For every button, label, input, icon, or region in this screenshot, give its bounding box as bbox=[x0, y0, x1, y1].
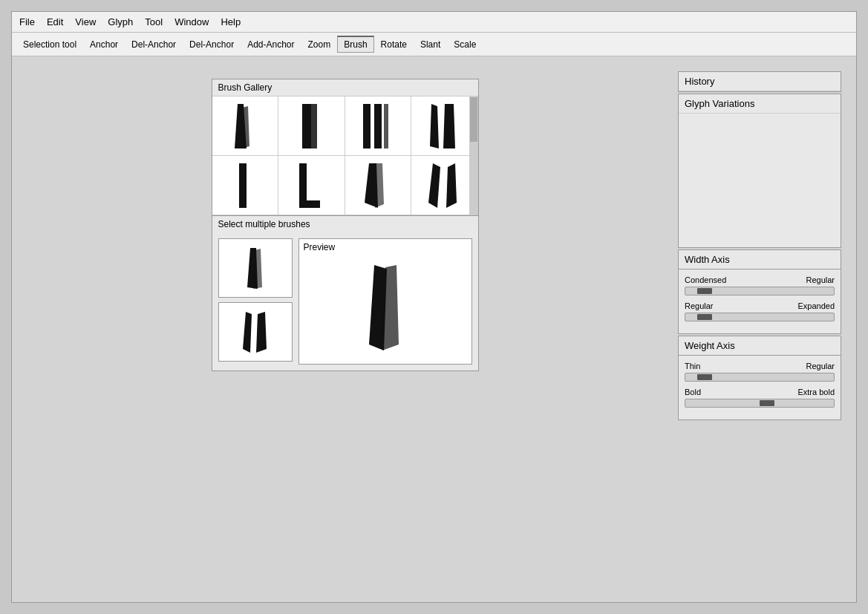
toolbar: Selection tool Anchor Del-Anchor Del-Anc… bbox=[12, 33, 856, 56]
svg-marker-7 bbox=[430, 104, 439, 148]
svg-marker-8 bbox=[443, 104, 455, 148]
condensed-label: Condensed bbox=[685, 275, 726, 284]
bold-extrabold-labels: Bold Extra bold bbox=[685, 388, 835, 396]
expanded-label: Expanded bbox=[797, 301, 835, 310]
brush-cell-1[interactable] bbox=[212, 97, 279, 156]
selected-brush-1[interactable] bbox=[218, 238, 293, 298]
menu-tool[interactable]: Tool bbox=[145, 16, 163, 27]
svg-rect-2 bbox=[302, 104, 313, 148]
menu-bar: File Edit View Glyph Tool Window Help bbox=[12, 12, 856, 33]
weight-axis-title: Weight Axis bbox=[678, 336, 841, 355]
regular-label-3: Regular bbox=[806, 362, 835, 370]
glyph-variations-title: Glyph Variations bbox=[679, 94, 841, 114]
weight-axis-body: Thin Regular Bold Extra bold bbox=[678, 355, 841, 420]
thin-regular-thumb[interactable] bbox=[697, 374, 712, 380]
condensed-regular-labels: Condensed Regular bbox=[685, 275, 835, 284]
brush-gallery-title: Brush Gallery bbox=[212, 79, 478, 96]
svg-marker-1 bbox=[241, 106, 249, 148]
brush-grid bbox=[212, 96, 478, 215]
svg-rect-11 bbox=[299, 200, 320, 208]
select-content: Preview bbox=[212, 232, 478, 370]
regular-label-1: Regular bbox=[806, 275, 835, 284]
select-multiple-section: Select multiple brushes bbox=[212, 216, 478, 370]
svg-rect-9 bbox=[239, 163, 247, 208]
scrollbar-thumb[interactable] bbox=[470, 97, 477, 142]
regular-expanded-labels: Regular Expanded bbox=[685, 301, 835, 310]
menu-window[interactable]: Window bbox=[174, 16, 209, 27]
menu-edit[interactable]: Edit bbox=[47, 16, 63, 27]
width-axis-body: Condensed Regular Regular Expanded bbox=[678, 269, 841, 334]
selected-brushes bbox=[218, 238, 293, 365]
bold-label: Bold bbox=[685, 388, 701, 396]
svg-marker-18 bbox=[243, 312, 252, 353]
selected-brush-2[interactable] bbox=[218, 302, 293, 362]
svg-rect-3 bbox=[311, 104, 317, 148]
brush-cell-7[interactable] bbox=[345, 156, 412, 215]
svg-rect-5 bbox=[374, 104, 382, 148]
glyph-variations-section: Glyph Variations bbox=[678, 94, 841, 248]
main-content: Brush Gallery bbox=[12, 56, 856, 602]
brush-scrollbar[interactable] bbox=[469, 97, 478, 215]
width-axis-title: Width Axis bbox=[678, 249, 841, 269]
menu-help[interactable]: Help bbox=[221, 16, 241, 27]
brush-cell-4[interactable] bbox=[411, 97, 478, 156]
history-section: History bbox=[678, 71, 841, 92]
glyph-variations-body bbox=[679, 114, 841, 247]
brush-cell-6[interactable] bbox=[278, 156, 345, 215]
svg-marker-13 bbox=[375, 163, 384, 208]
bold-extrabold-row: Bold Extra bold bbox=[685, 388, 835, 408]
tool-selection[interactable]: Selection tool bbox=[16, 36, 83, 53]
bold-extrabold-thumb[interactable] bbox=[760, 400, 774, 406]
tool-scale[interactable]: Scale bbox=[447, 36, 483, 53]
menu-glyph[interactable]: Glyph bbox=[108, 16, 133, 27]
preview-title: Preview bbox=[299, 239, 471, 255]
app-window: File Edit View Glyph Tool Window Help Se… bbox=[11, 11, 857, 603]
svg-marker-15 bbox=[446, 163, 457, 208]
tool-zoom[interactable]: Zoom bbox=[301, 36, 338, 53]
regular-expanded-slider[interactable] bbox=[685, 313, 835, 321]
regular-expanded-row: Regular Expanded bbox=[685, 301, 835, 321]
extra-bold-label: Extra bold bbox=[797, 388, 835, 396]
condensed-regular-row: Condensed Regular bbox=[685, 275, 835, 295]
history-title: History bbox=[679, 72, 841, 91]
menu-view[interactable]: View bbox=[75, 16, 96, 27]
thin-label: Thin bbox=[685, 362, 700, 370]
weight-axis-section: Weight Axis Thin Regular Bold bbox=[678, 336, 841, 420]
tool-slant[interactable]: Slant bbox=[414, 36, 447, 53]
thin-regular-slider[interactable] bbox=[685, 373, 835, 382]
tool-del-anchor-1[interactable]: Del-Anchor bbox=[125, 36, 183, 53]
tool-add-anchor[interactable]: Add-Anchor bbox=[241, 36, 301, 53]
regular-expanded-thumb[interactable] bbox=[697, 314, 712, 320]
svg-marker-14 bbox=[428, 163, 440, 208]
tool-brush[interactable]: Brush bbox=[337, 36, 373, 53]
select-multiple-title: Select multiple brushes bbox=[212, 216, 478, 232]
brush-cell-8[interactable] bbox=[411, 156, 478, 215]
thin-regular-labels: Thin Regular bbox=[685, 362, 835, 370]
preview-content bbox=[299, 255, 471, 364]
brush-cell-5[interactable] bbox=[212, 156, 279, 215]
regular-label-2: Regular bbox=[685, 301, 714, 310]
bold-extrabold-slider[interactable] bbox=[685, 399, 835, 408]
right-panel: History Glyph Variations Width Axis Cond… bbox=[678, 71, 841, 587]
svg-marker-17 bbox=[253, 249, 262, 289]
menu-file[interactable]: File bbox=[19, 16, 35, 27]
svg-marker-19 bbox=[256, 312, 267, 353]
tool-del-anchor-2[interactable]: Del-Anchor bbox=[183, 36, 241, 53]
tool-anchor[interactable]: Anchor bbox=[83, 36, 125, 53]
brush-gallery-section: Brush Gallery bbox=[212, 79, 478, 216]
width-axis-section: Width Axis Condensed Regular Regular bbox=[678, 249, 841, 334]
condensed-regular-thumb[interactable] bbox=[697, 288, 712, 294]
thin-regular-row: Thin Regular bbox=[685, 362, 835, 382]
preview-box: Preview bbox=[298, 238, 472, 365]
svg-rect-6 bbox=[384, 104, 388, 148]
tool-rotate[interactable]: Rotate bbox=[374, 36, 414, 53]
svg-rect-4 bbox=[363, 104, 371, 148]
condensed-regular-slider[interactable] bbox=[685, 287, 835, 295]
center-area: Brush Gallery bbox=[27, 71, 663, 587]
brush-cell-3[interactable] bbox=[345, 97, 412, 156]
brush-panel: Brush Gallery bbox=[212, 79, 479, 371]
brush-cell-2[interactable] bbox=[278, 97, 345, 156]
